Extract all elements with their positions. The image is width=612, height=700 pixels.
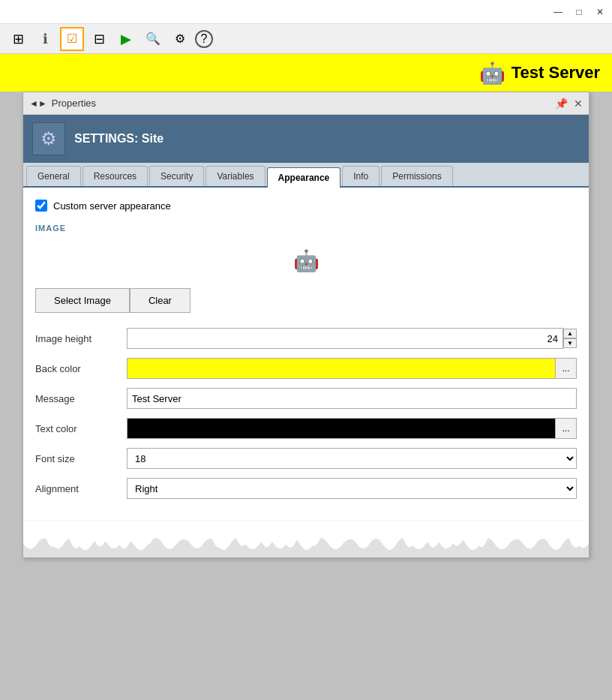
app-header-title: Test Server — [512, 63, 600, 83]
settings-icon-box: ⚙ — [32, 122, 65, 155]
app-header: 🤖 Test Server — [0, 54, 612, 92]
image-height-label: Image height — [35, 333, 118, 344]
spinner-down-button[interactable]: ▼ — [563, 338, 577, 348]
panel-content: Custom server appearance IMAGE 🤖 Select … — [23, 188, 589, 520]
custom-appearance-row: Custom server appearance — [35, 200, 577, 212]
tab-variables[interactable]: Variables — [206, 166, 265, 186]
play-icon[interactable]: ▶ — [114, 27, 138, 51]
text-color-label: Text color — [35, 423, 118, 434]
grid-icon[interactable]: ⊞ — [6, 27, 30, 51]
alignment-select[interactable]: Left Center Right — [127, 478, 577, 499]
back-color-picker-button[interactable]: ... — [556, 358, 577, 379]
text-color-picker-button[interactable]: ... — [556, 418, 577, 439]
panel-close-icon[interactable]: ✕ — [574, 98, 583, 110]
alignment-control: Left Center Right — [127, 478, 577, 499]
image-height-control: ▲ ▼ — [127, 328, 577, 349]
image-preview: 🤖 — [35, 242, 577, 279]
message-row: Message — [35, 388, 577, 409]
pin-icon[interactable]: 📌 — [555, 98, 568, 110]
properties-panel: ◄► Properties 📌 ✕ ⚙ SETTINGS: Site Gener… — [22, 92, 590, 558]
clear-button[interactable]: Clear — [130, 288, 190, 313]
settings-icon[interactable]: ⚙ — [168, 27, 192, 51]
image-height-row: Image height ▲ ▼ — [35, 328, 577, 349]
font-size-row: Font size 10 12 14 16 18 20 22 24 — [35, 448, 577, 469]
nav-arrows[interactable]: ◄► — [29, 98, 47, 109]
grid2-icon[interactable]: ⊟ — [87, 27, 111, 51]
info-circle-icon[interactable]: ℹ — [33, 27, 57, 51]
text-color-swatch[interactable] — [127, 418, 556, 439]
panel-title: Properties — [52, 98, 96, 109]
custom-appearance-checkbox[interactable] — [35, 200, 47, 212]
minimize-button[interactable]: — — [552, 6, 564, 18]
alignment-label: Alignment — [35, 483, 118, 494]
font-size-label: Font size — [35, 453, 118, 464]
panel-header-left: ◄► Properties — [29, 98, 96, 109]
image-section-label: IMAGE — [35, 224, 577, 233]
help-circle-icon[interactable]: ? — [195, 30, 213, 48]
image-height-input[interactable] — [127, 328, 563, 349]
back-color-swatch[interactable] — [127, 358, 556, 379]
title-bar-controls: — □ ✕ — [552, 6, 606, 18]
select-image-button[interactable]: Select Image — [35, 288, 130, 313]
custom-appearance-label: Custom server appearance — [53, 200, 171, 212]
settings-title: SETTINGS: Site — [74, 132, 164, 146]
alignment-row: Alignment Left Center Right — [35, 478, 577, 499]
tab-appearance[interactable]: Appearance — [267, 167, 341, 188]
panel-header-right: 📌 ✕ — [555, 98, 583, 110]
image-button-row: Select Image Clear — [35, 288, 577, 313]
text-color-row: Text color ... — [35, 418, 577, 439]
back-color-label: Back color — [35, 363, 118, 374]
panel-header: ◄► Properties 📌 ✕ — [23, 92, 589, 115]
back-color-control: ... — [127, 358, 577, 379]
checkbox-icon[interactable]: ☑ — [60, 27, 84, 51]
settings-header: ⚙ SETTINGS: Site — [23, 115, 589, 163]
tab-info[interactable]: Info — [342, 166, 380, 186]
back-color-row: Back color ... — [35, 358, 577, 379]
robot-icon: 🤖 — [479, 61, 506, 86]
font-size-control: 10 12 14 16 18 20 22 24 — [127, 448, 577, 469]
message-label: Message — [35, 393, 118, 404]
close-button[interactable]: ✕ — [594, 6, 606, 18]
spinner-wrap: ▲ ▼ — [563, 329, 577, 348]
spinner-up-button[interactable]: ▲ — [563, 329, 577, 338]
maximize-button[interactable]: □ — [573, 6, 585, 18]
tab-permissions[interactable]: Permissions — [381, 166, 452, 186]
tab-resources[interactable]: Resources — [82, 166, 148, 186]
settings-gear-icon: ⚙ — [40, 128, 57, 149]
toolbar: ⊞ ℹ ☑ ⊟ ▶ 🔍 ⚙ ? — [0, 24, 612, 54]
search-icon[interactable]: 🔍 — [141, 27, 165, 51]
preview-robot-icon: 🤖 — [293, 248, 320, 273]
tabs-container: General Resources Security Variables App… — [23, 163, 589, 188]
message-input[interactable] — [127, 388, 577, 409]
tab-security[interactable]: Security — [149, 166, 204, 186]
title-bar: — □ ✕ — [0, 0, 612, 24]
message-control — [127, 388, 577, 409]
font-size-select[interactable]: 10 12 14 16 18 20 22 24 — [127, 448, 577, 469]
text-color-control: ... — [127, 418, 577, 439]
torn-edge — [23, 520, 589, 557]
tab-general[interactable]: General — [26, 166, 81, 186]
